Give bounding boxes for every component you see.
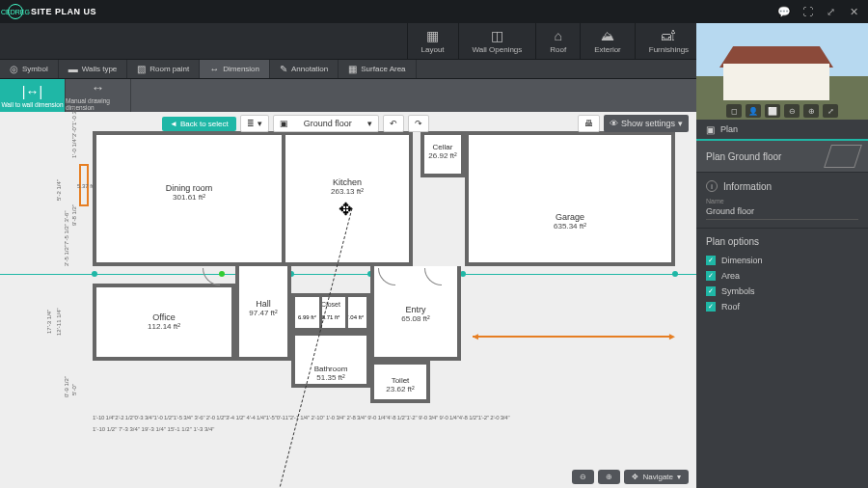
canvas-toolbar: ◄Back to select ≣▾ ▣Ground floor▾ ↶ ↷ xyxy=(162,115,429,132)
room-garage[interactable]: Garage635.34 ft² xyxy=(465,131,675,266)
subtab-surface-area[interactable]: ▦Surface Area xyxy=(339,60,416,78)
dimension-text: 5'-2 1/4" xyxy=(56,179,62,201)
move-icon[interactable]: ✥ xyxy=(339,199,353,220)
room-dining[interactable]: Dining room301.61 ft² xyxy=(93,131,285,266)
dimension-text: 5.37 ft xyxy=(77,183,94,189)
preview-zoom-out[interactable]: ⊖ xyxy=(784,104,800,118)
dimension-text: 17'-3 1/4" xyxy=(46,310,52,334)
roof-icon: ⌂ xyxy=(555,28,562,43)
zoom-in-button[interactable]: ⊕ xyxy=(598,470,620,484)
preview-mode-3[interactable]: ⬜ xyxy=(765,104,780,118)
wall-node[interactable] xyxy=(92,271,97,277)
navigate-button[interactable]: ✥Navigate▾ xyxy=(624,470,689,484)
room-kitchen[interactable]: Kitchen263.13 ft² ✥ xyxy=(285,131,413,266)
zoom-in-icon: ⊕ xyxy=(606,473,612,481)
redo-button[interactable]: ↷ xyxy=(408,115,429,132)
room-toilet[interactable]: Toilet23.62 ft² xyxy=(370,361,430,403)
partition xyxy=(319,297,322,332)
room-paint-icon: ▧ xyxy=(137,64,146,74)
chevron-down-icon: ▾ xyxy=(677,473,681,481)
layers-button[interactable]: ≣▾ xyxy=(240,115,269,132)
wall-node[interactable] xyxy=(672,271,678,277)
expand-icon[interactable]: ⤢ xyxy=(824,5,837,18)
room-closet[interactable]: Closet 6.99 ft²8.71 ft²7.04 ft² xyxy=(291,293,370,332)
tab-roof[interactable]: ⌂Roof xyxy=(535,23,580,59)
tool-wall-to-wall[interactable]: |↔|Wall to wall dimension xyxy=(0,79,66,112)
chat-icon[interactable]: 💬 xyxy=(777,5,791,18)
preview-expand[interactable]: ⤢ xyxy=(823,104,838,118)
print-button[interactable]: 🖶 xyxy=(578,115,600,132)
arrow-left-icon: ◄ xyxy=(471,331,480,341)
properties-panel: ◻ 👤 ⬜ ⊖ ⊕ ⤢ ▣Plan Plan Ground floor iInf… xyxy=(696,23,868,488)
info-icon: i xyxy=(706,180,718,192)
close-icon[interactable]: ✕ xyxy=(847,5,860,18)
dimension-text: 2'-5 1/2"7'-5 1/2" 3'-6" xyxy=(64,210,69,266)
name-label: Name xyxy=(706,198,858,204)
tab-wall-openings[interactable]: ◫Wall Openings xyxy=(458,23,536,59)
checkbox-checked-icon: ✓ xyxy=(706,302,716,312)
floorplan-canvas[interactable]: ◄Back to select ≣▾ ▣Ground floor▾ ↶ ↷ 🖶 … xyxy=(0,112,696,488)
preview-mode-2[interactable]: 👤 xyxy=(746,104,761,118)
subtab-dimension[interactable]: ↔Dimension xyxy=(200,60,270,78)
option-symbols[interactable]: ✓Symbols xyxy=(706,284,858,299)
panel-title: Plan Ground floor xyxy=(706,151,781,162)
partition xyxy=(345,297,348,332)
plan-thumbnail-icon xyxy=(824,145,862,168)
zoom-out-icon: ⊖ xyxy=(580,473,586,481)
tab-layout[interactable]: ▦Layout xyxy=(407,23,458,59)
app-topbar: CEDREG SITE PLAN US 💬 ⛶ ⤢ ✕ xyxy=(0,0,868,23)
undo-button[interactable]: ↶ xyxy=(383,115,404,132)
horizontal-guide[interactable] xyxy=(0,274,696,275)
eye-icon: 👁 xyxy=(610,119,618,128)
exterior-icon: ⛰ xyxy=(601,28,614,43)
subtab-walls-type[interactable]: ▬Walls type xyxy=(59,60,128,78)
room-office[interactable]: Office112.14 ft² xyxy=(93,284,235,361)
preview-mode-1[interactable]: ◻ xyxy=(726,104,742,118)
chevron-down-icon: ▾ xyxy=(258,119,262,128)
dimension-text: 1'-10 1/2" 7'-3 3/4" 19'-3 1/4" 15'-1 1/… xyxy=(93,426,214,432)
fit-screen-icon[interactable]: ⛶ xyxy=(800,5,814,18)
plan-options-title: Plan options xyxy=(706,236,858,247)
surface-area-icon: ▦ xyxy=(348,64,357,74)
section-information: iInformation Name Ground floor xyxy=(696,172,868,228)
chevron-down-icon: ▾ xyxy=(678,119,683,128)
option-dimension[interactable]: ✓Dimension xyxy=(706,253,858,268)
wall-to-wall-icon: |↔| xyxy=(22,84,42,99)
preview-3d[interactable]: ◻ 👤 ⬜ ⊖ ⊕ ⤢ xyxy=(696,23,868,120)
back-to-select-button[interactable]: ◄Back to select xyxy=(162,117,236,131)
room-bathroom[interactable]: Bathroom51.35 ft² xyxy=(291,332,370,388)
zoom-out-button[interactable]: ⊖ xyxy=(572,470,594,484)
floor-icon: ▣ xyxy=(280,119,288,128)
tab-furnishings[interactable]: 🛋Furnishings xyxy=(635,23,702,59)
canvas-right-toolbar: 🖶 👁Show settings▾ xyxy=(578,115,689,132)
subtab-annotation[interactable]: ✎Annotation xyxy=(270,60,339,78)
arrow-right-icon: ► xyxy=(667,331,677,341)
tab-exterior[interactable]: ⛰Exterior xyxy=(580,23,635,59)
floor-selector[interactable]: ▣Ground floor▾ xyxy=(273,115,379,132)
checkbox-checked-icon: ✓ xyxy=(706,256,716,265)
subtab-symbol[interactable]: ◎Symbol xyxy=(0,60,59,78)
wall-openings-icon: ◫ xyxy=(491,28,503,43)
project-title: SITE PLAN US xyxy=(31,7,96,16)
option-roof[interactable]: ✓Roof xyxy=(706,299,858,314)
dimension-text: 12'-11 1/4" xyxy=(56,308,62,336)
room-cellar[interactable]: Cellar26.92 ft² xyxy=(420,131,465,177)
show-settings-button[interactable]: 👁Show settings▾ xyxy=(604,115,689,132)
dimension-icon: ↔ xyxy=(209,64,219,74)
layers-icon: ≣ xyxy=(247,119,255,128)
name-input[interactable]: Ground floor xyxy=(706,204,858,220)
room-hall[interactable]: Hall97.47 ft² xyxy=(235,266,291,361)
layout-icon: ▦ xyxy=(426,28,439,43)
dimension-line[interactable] xyxy=(473,336,671,338)
chevron-down-icon: ▾ xyxy=(367,119,372,128)
canvas-bottom-toolbar: ⊖ ⊕ ✥Navigate▾ xyxy=(572,470,689,484)
subtab-room-paint[interactable]: ▧Room paint xyxy=(127,60,200,78)
option-area[interactable]: ✓Area xyxy=(706,268,858,284)
panel-tab-plan[interactable]: ▣Plan xyxy=(696,120,868,141)
panel-header: Plan Ground floor xyxy=(696,141,868,172)
floorplan-drawing[interactable]: ◄ ► Dining room301.61 ft² Kitchen263.13 … xyxy=(0,112,696,488)
preview-zoom-in[interactable]: ⊕ xyxy=(803,104,819,118)
section-plan-options: Plan options ✓Dimension ✓Area ✓Symbols ✓… xyxy=(696,228,868,322)
navigate-icon: ✥ xyxy=(632,473,638,481)
dimension-text: 1'-0 1/4"2'-0"1'-0 3/4" xyxy=(71,104,77,158)
